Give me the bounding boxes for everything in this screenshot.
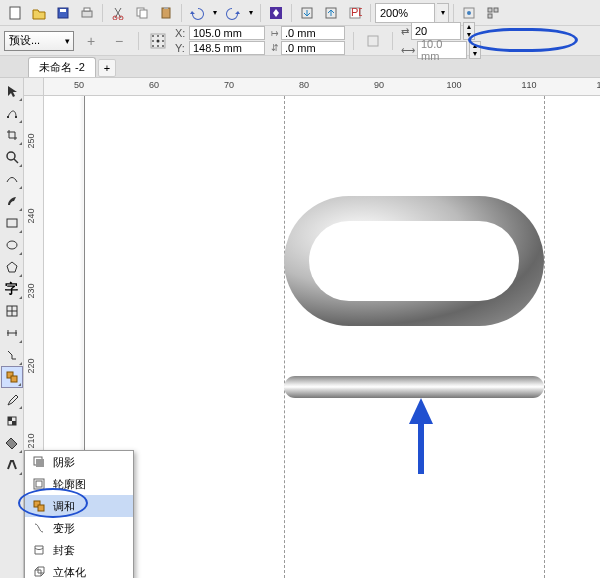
preset-label: 预设... bbox=[9, 33, 40, 48]
undo-button[interactable] bbox=[186, 2, 208, 24]
paste-button[interactable] bbox=[155, 2, 177, 24]
text-tool[interactable]: 字 bbox=[1, 278, 23, 300]
export-button[interactable] bbox=[320, 2, 342, 24]
eyedropper-tool[interactable] bbox=[1, 388, 23, 410]
flyout-label: 变形 bbox=[53, 521, 75, 536]
flyout-item-extrude[interactable]: 立体化 bbox=[25, 561, 133, 578]
horizontal-ruler[interactable]: 50 60 70 80 90 100 110 120 bbox=[44, 78, 600, 96]
open-button[interactable] bbox=[28, 2, 50, 24]
svg-rect-4 bbox=[84, 8, 90, 11]
flyout-item-contour[interactable]: 轮廓图 bbox=[25, 473, 133, 495]
polygon-tool[interactable] bbox=[1, 256, 23, 278]
blend-direction-button[interactable] bbox=[362, 30, 384, 52]
bar-object[interactable] bbox=[284, 376, 544, 398]
ruler-h-tick: 120 bbox=[596, 80, 600, 90]
outline-tool[interactable] bbox=[1, 454, 23, 476]
zoom-tool[interactable] bbox=[1, 146, 23, 168]
ruler-h-tick: 90 bbox=[374, 80, 384, 90]
effects-tool-flyout: 阴影 轮廓图 调和 变形 封套 立体化 bbox=[24, 450, 134, 578]
zoom-level-field[interactable]: 200% bbox=[375, 3, 435, 23]
zoom-dropdown[interactable]: ▾ bbox=[437, 3, 449, 23]
contour-icon bbox=[31, 476, 47, 492]
ruler-h-tick: 50 bbox=[74, 80, 84, 90]
extrude-icon bbox=[31, 564, 47, 578]
spacing-spinner[interactable]: ▲▼ bbox=[469, 41, 481, 59]
copy-button[interactable] bbox=[131, 2, 153, 24]
ruler-v-tick: 250 bbox=[26, 134, 36, 149]
new-tab-button[interactable]: + bbox=[98, 59, 116, 77]
ruler-v-tick: 230 bbox=[26, 284, 36, 299]
svg-point-34 bbox=[7, 152, 15, 160]
svg-rect-48 bbox=[12, 421, 16, 425]
width-icon: ↦ bbox=[271, 28, 279, 38]
ruler-h-tick: 100 bbox=[446, 80, 461, 90]
ruler-h-tick: 80 bbox=[299, 80, 309, 90]
flyout-label: 阴影 bbox=[53, 455, 75, 470]
fill-tool[interactable] bbox=[1, 432, 23, 454]
remove-preset-button[interactable]: − bbox=[108, 30, 130, 52]
guide-right[interactable] bbox=[544, 96, 545, 578]
ruler-v-tick: 240 bbox=[26, 209, 36, 224]
save-button[interactable] bbox=[52, 2, 74, 24]
svg-point-28 bbox=[152, 45, 154, 47]
snap-button[interactable] bbox=[458, 2, 480, 24]
interactive-effects-tool[interactable] bbox=[1, 366, 23, 388]
table-tool[interactable] bbox=[1, 300, 23, 322]
flyout-label: 立体化 bbox=[53, 565, 86, 579]
cut-button[interactable] bbox=[107, 2, 129, 24]
undo-dropdown[interactable]: ▾ bbox=[210, 2, 220, 24]
svg-rect-36 bbox=[7, 219, 17, 227]
blend-spacing-field[interactable]: 10.0 mm bbox=[417, 41, 467, 59]
flyout-item-distort[interactable]: 变形 bbox=[25, 517, 133, 539]
steps-spinner[interactable]: ▲▼ bbox=[463, 22, 475, 40]
document-tab[interactable]: 未命名 -2 bbox=[28, 57, 96, 77]
publish-pdf-button[interactable]: PDF bbox=[344, 2, 366, 24]
new-doc-button[interactable] bbox=[4, 2, 26, 24]
print-button[interactable] bbox=[76, 2, 98, 24]
ruler-origin[interactable] bbox=[24, 78, 44, 96]
x-label: X: bbox=[175, 27, 187, 39]
svg-rect-8 bbox=[140, 10, 147, 18]
preset-dropdown[interactable]: 预设... bbox=[4, 31, 74, 51]
artistic-media-tool[interactable] bbox=[1, 190, 23, 212]
svg-rect-52 bbox=[36, 481, 42, 487]
y-position-field[interactable]: 148.5 mm bbox=[189, 41, 265, 55]
shape-tool[interactable] bbox=[1, 102, 23, 124]
height-field[interactable]: .0 mm bbox=[281, 41, 345, 55]
ruler-v-tick: 220 bbox=[26, 359, 36, 374]
svg-point-37 bbox=[7, 241, 17, 249]
corel-button[interactable] bbox=[265, 2, 287, 24]
svg-rect-50 bbox=[36, 459, 44, 467]
rectangle-tool[interactable] bbox=[1, 212, 23, 234]
ring-object-hole bbox=[309, 221, 519, 301]
flyout-item-envelope[interactable]: 封套 bbox=[25, 539, 133, 561]
svg-rect-0 bbox=[10, 7, 20, 19]
ruler-v-tick: 210 bbox=[26, 434, 36, 449]
add-preset-button[interactable]: + bbox=[80, 30, 102, 52]
flyout-item-shadow[interactable]: 阴影 bbox=[25, 451, 133, 473]
freehand-tool[interactable] bbox=[1, 168, 23, 190]
transparency-tool[interactable] bbox=[1, 410, 23, 432]
import-button[interactable] bbox=[296, 2, 318, 24]
height-icon: ⇵ bbox=[271, 43, 279, 53]
options-button[interactable] bbox=[482, 2, 504, 24]
svg-point-29 bbox=[157, 45, 159, 47]
shadow-icon bbox=[31, 454, 47, 470]
connector-tool[interactable] bbox=[1, 344, 23, 366]
x-position-field[interactable]: 105.0 mm bbox=[189, 26, 265, 40]
guide-left[interactable] bbox=[284, 96, 285, 578]
ruler-h-tick: 60 bbox=[149, 80, 159, 90]
dimension-tool[interactable] bbox=[1, 322, 23, 344]
width-field[interactable]: .0 mm bbox=[281, 26, 345, 40]
size-group: ↦.0 mm ⇵.0 mm bbox=[271, 26, 345, 55]
flyout-item-blend[interactable]: 调和 bbox=[25, 495, 133, 517]
svg-rect-45 bbox=[11, 376, 17, 382]
redo-dropdown[interactable]: ▾ bbox=[246, 2, 256, 24]
redo-button[interactable] bbox=[222, 2, 244, 24]
crop-tool[interactable] bbox=[1, 124, 23, 146]
blend-steps-group: ⇄ 20 ▲▼ ⟷ 10.0 mm ▲▼ bbox=[401, 22, 481, 59]
origin-picker[interactable] bbox=[147, 30, 169, 52]
annotation-arrow bbox=[409, 398, 433, 474]
pick-tool[interactable] bbox=[1, 80, 23, 102]
ellipse-tool[interactable] bbox=[1, 234, 23, 256]
